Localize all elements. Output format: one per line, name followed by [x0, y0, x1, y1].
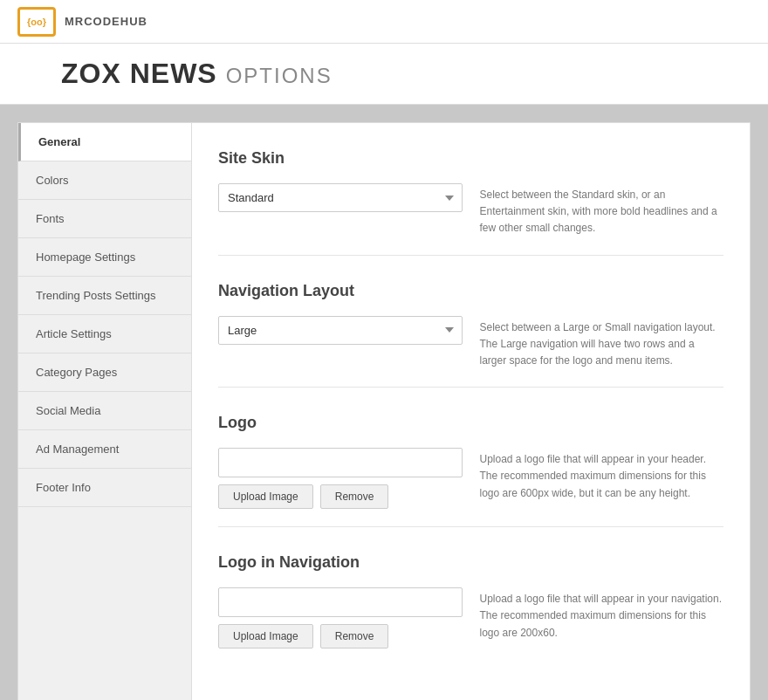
page-title-bold: ZOX NEWS [61, 58, 217, 90]
sidebar-item-fonts[interactable]: Fonts [18, 200, 191, 238]
sidebar-item-colors[interactable]: Colors [18, 161, 191, 200]
page-header: ZOX NEWS OPTIONS [0, 44, 768, 105]
nav-layout-description: Select between a Large or Small navigati… [480, 316, 724, 370]
logo-nav-section: Logo in Navigation Upload Image Remove U… [218, 553, 723, 666]
logo-nav-upload-button[interactable]: Upload Image [218, 624, 313, 649]
layout: General Colors Fonts Homepage Settings T… [17, 122, 751, 700]
page-title-area: ZOX NEWS OPTIONS [61, 58, 747, 90]
nav-layout-section: Navigation Layout Large Small Select bet… [218, 282, 723, 388]
top-bar: {oo} MRCODEHUB [0, 0, 768, 44]
logo-btn-row: Upload Image Remove [218, 484, 463, 509]
site-skin-title: Site Skin [218, 149, 723, 168]
sidebar-item-ad-management[interactable]: Ad Management [18, 430, 191, 469]
logo-nav-remove-button[interactable]: Remove [320, 624, 389, 649]
nav-layout-select[interactable]: Large Small [218, 316, 463, 345]
logo-icon: {oo} [17, 7, 56, 37]
logo-upload-button[interactable]: Upload Image [218, 484, 313, 509]
site-skin-input-area: Standard Entertainment [218, 183, 463, 212]
sidebar-item-trending-posts[interactable]: Trending Posts Settings [18, 277, 191, 315]
sidebar-item-category-pages[interactable]: Category Pages [18, 353, 191, 392]
logo-area: {oo} MRCODEHUB [17, 7, 147, 37]
site-skin-row: Standard Entertainment Select between th… [218, 183, 723, 237]
nav-layout-input-area: Large Small [218, 316, 463, 345]
logo-nav-btn-row: Upload Image Remove [218, 624, 463, 649]
nav-layout-select-wrapper: Large Small [218, 316, 463, 345]
site-skin-select-wrapper: Standard Entertainment [218, 183, 463, 212]
sidebar-item-article-settings[interactable]: Article Settings [18, 315, 191, 353]
logo-nav-file-input[interactable] [218, 587, 463, 617]
page-title-light: OPTIONS [226, 64, 333, 88]
site-skin-description: Select between the Standard skin, or an … [480, 183, 724, 237]
site-skin-select[interactable]: Standard Entertainment [218, 183, 463, 212]
logo-nav-description: Upload a logo file that will appear in y… [480, 587, 724, 642]
logo-nav-title: Logo in Navigation [218, 553, 723, 572]
logo-row: Upload Image Remove Upload a logo file t… [218, 448, 723, 509]
sidebar-item-general[interactable]: General [18, 123, 191, 161]
site-skin-section: Site Skin Standard Entertainment Select … [218, 149, 723, 256]
sidebar-item-homepage-settings[interactable]: Homepage Settings [18, 238, 191, 277]
main-content: Site Skin Standard Entertainment Select … [192, 122, 751, 700]
logo-remove-button[interactable]: Remove [320, 484, 389, 509]
nav-layout-title: Navigation Layout [218, 282, 723, 300]
logo-section: Logo Upload Image Remove Upload a logo f… [218, 414, 723, 527]
logo-nav-input-area: Upload Image Remove [218, 587, 463, 649]
logo-title: Logo [218, 414, 723, 432]
logo-nav-row: Upload Image Remove Upload a logo file t… [218, 587, 723, 649]
sidebar: General Colors Fonts Homepage Settings T… [17, 122, 192, 700]
nav-layout-row: Large Small Select between a Large or Sm… [218, 316, 723, 370]
sidebar-item-footer-info[interactable]: Footer Info [18, 469, 191, 507]
logo-text: MRCODEHUB [65, 15, 147, 28]
logo-input-area: Upload Image Remove [218, 448, 463, 509]
logo-file-input[interactable] [218, 448, 463, 477]
sidebar-item-social-media[interactable]: Social Media [18, 392, 191, 430]
logo-description: Upload a logo file that will appear in y… [480, 448, 724, 502]
